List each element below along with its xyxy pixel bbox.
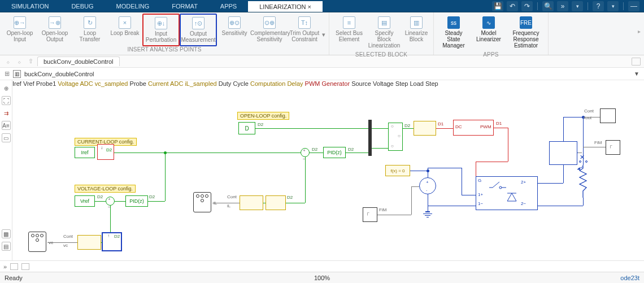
open-loop-tag[interactable]: OPEN-LOOP config.	[237, 112, 289, 120]
mux-block[interactable]	[368, 120, 372, 156]
tab-simulation[interactable]: SIMULATION	[0, 0, 60, 12]
pwm-out-port: PWM	[480, 124, 491, 129]
help-icon[interactable]: ?	[593, 1, 604, 11]
specify-block-linearization-button[interactable]: ▤Specify Block Linearization	[367, 14, 402, 51]
model-linearizer-button[interactable]: ∿Model Linearizer	[471, 14, 506, 45]
vref-block[interactable]: Vref	[75, 195, 95, 207]
input-perturbation-button[interactable]: ⊕↓Input Perturbation	[142, 14, 180, 46]
linearize-block-button[interactable]: ▥Linearize Block	[402, 14, 431, 45]
complementary-sensitivity-button[interactable]: ⊙⊕Complementary Sensitivity	[252, 14, 287, 45]
scope-block[interactable]	[600, 108, 616, 123]
open-loop-output-button[interactable]: →⊗Open-loop Output	[37, 14, 72, 45]
loop-break-button[interactable]: ×Loop Break	[107, 14, 142, 39]
tab-format[interactable]: FORMAT	[160, 0, 209, 12]
scope-lout: Iout	[584, 115, 591, 120]
il-sampled-block[interactable]	[266, 195, 286, 210]
explorer-bar: ⬦ ⬦ ⇧ buckConv_doubleControl	[0, 55, 644, 68]
steady-state-manager-button[interactable]: ssSteady State Manager	[436, 14, 471, 51]
output-measurement-button[interactable]: ↑⊙Output Measurement	[180, 14, 217, 46]
complementary-sensitivity-icon: ⊙⊕	[263, 16, 276, 29]
output-measurement-icon: ↑⊙	[192, 17, 204, 29]
iref-block[interactable]: Iref	[75, 147, 95, 158]
diag-box-1[interactable]	[10, 263, 18, 270]
annotation-icon[interactable]: A≡	[2, 121, 11, 130]
simulink-canvas[interactable]: CURRENT-LOOP config. Iref ↓ D2 Iref VOLT…	[12, 80, 644, 271]
insert-dropdown-icon[interactable]: ▾	[322, 22, 327, 38]
redo-icon[interactable]: ↷	[521, 1, 533, 11]
select-bus-element-button[interactable]: ≡Select Bus Element	[332, 14, 367, 45]
diagnostic-toggle-icon[interactable]: »	[3, 263, 7, 270]
open-loop-input-button[interactable]: ⊕→Open-loop Input	[2, 14, 37, 45]
nav-up-icon[interactable]: ⇧	[26, 57, 35, 66]
probe1-vc: vc	[63, 243, 68, 248]
sensitivity-button[interactable]: ⊕⊙Sensitivity	[217, 14, 252, 39]
content-caret-icon[interactable]: ▼	[634, 71, 639, 77]
tab-close-icon[interactable]: ×	[306, 3, 311, 10]
solver-config-block[interactable]: f(x) = 0	[385, 165, 410, 176]
duty-cycle-block[interactable]: D	[238, 122, 255, 134]
status-zoom[interactable]: 100%	[314, 275, 330, 281]
arrows-icon[interactable]: ⇉	[2, 108, 11, 117]
image-block-icon[interactable]: ▭	[2, 133, 11, 142]
duty-d2: D2	[258, 122, 263, 127]
ils-d2: D2	[287, 195, 293, 200]
tab-linearization[interactable]: LINEARIZATION ×	[248, 0, 323, 12]
voltage-adc-block[interactable]	[77, 235, 101, 250]
ground-block[interactable]	[425, 211, 430, 212]
probe1-block[interactable]	[28, 232, 46, 252]
undo-icon[interactable]: ↶	[507, 1, 518, 11]
zoom-icon[interactable]: ⊕	[2, 84, 11, 93]
pwm-d1: D1	[496, 121, 502, 126]
model-tab[interactable]: buckConv_doubleControl	[37, 56, 120, 66]
scope-cont: Cont	[584, 108, 594, 114]
probe-block[interactable]	[193, 192, 211, 212]
status-solver[interactable]: ode23t	[620, 275, 639, 281]
save-icon[interactable]: 💾	[492, 1, 503, 11]
frequency-response-estimator-button[interactable]: FREFrequency Response Estimator	[506, 14, 546, 51]
model-linearizer-label: Model Linearizer	[473, 30, 504, 42]
source-voltage-step-label: Source Voltage Step	[351, 80, 408, 87]
open-loop-input-icon: ⊕→	[14, 16, 26, 29]
group-selected-label: SELECTED BLOCK	[332, 51, 431, 59]
nav-forward-icon[interactable]: ⬦	[15, 57, 24, 66]
current-adc-block[interactable]	[240, 195, 263, 210]
current-system-label[interactable]: buckConv_doubleControl	[24, 71, 94, 77]
tab-modeling[interactable]: MODELING	[105, 0, 161, 12]
model-browser-toggle-icon[interactable]: ⊞	[5, 70, 10, 77]
open-loop-output-label: Open-loop Output	[39, 30, 71, 42]
search-icon[interactable]: 🔍	[542, 1, 554, 11]
diag-box-2[interactable]	[21, 263, 29, 270]
voltage-loop-tag[interactable]: VOLTAGE-LOOP config.	[75, 185, 136, 193]
tab-apps[interactable]: APPS	[209, 0, 248, 12]
loop-transfer-button[interactable]: ↻Loop Transfer	[72, 14, 107, 45]
source-voltage-step-block[interactable]	[363, 207, 377, 222]
vref-name: Vref	[23, 80, 34, 87]
il-sampled-label: iL_sampled	[185, 80, 216, 87]
duty-cycle-label: Duty Cycle	[219, 80, 249, 87]
trim-output-constraint-button[interactable]: T↕Trim Output Constraint	[287, 14, 322, 45]
specify-block-linearization-icon: ▤	[378, 16, 390, 29]
output-measurement-label: Output Measurement	[181, 31, 215, 43]
minimize-ribbon-icon[interactable]: —	[628, 1, 639, 11]
annotations-toggle-icon[interactable]	[632, 58, 641, 66]
trim-output-constraint-icon: T↕	[298, 16, 311, 29]
manual-switch-block[interactable]	[388, 123, 403, 151]
overflow-icon[interactable]: »	[557, 1, 568, 11]
group-insert-label: INSERT ANALYSIS POINTS	[2, 46, 327, 54]
nav-back-icon[interactable]: ⬦	[3, 57, 12, 66]
voltage-pid-block[interactable]: PID(z)	[125, 195, 148, 207]
specify-block-linearization-label: Specify Block Linearization	[368, 30, 401, 49]
load-step-block[interactable]	[606, 140, 620, 155]
linearize-block-label: Linearize Block	[403, 30, 429, 42]
fit-view-icon[interactable]: ⛶	[2, 96, 11, 105]
computation-delay-block[interactable]	[414, 121, 436, 136]
viewmark-icon[interactable]: ▩	[2, 229, 11, 238]
tab-debug[interactable]: DEBUG	[60, 0, 105, 12]
probe1-cont: Cont	[63, 234, 73, 239]
current-pid-block[interactable]: PID(z)	[323, 147, 346, 158]
open-loop-input-label: Open-loop Input	[4, 30, 36, 42]
ribbon-overflow-icon[interactable]: ▸	[638, 28, 641, 34]
hierarchy-icon[interactable]: ▥	[13, 70, 21, 78]
sw-d2: D2	[404, 123, 410, 128]
model-data-icon[interactable]: ▤	[2, 242, 11, 251]
